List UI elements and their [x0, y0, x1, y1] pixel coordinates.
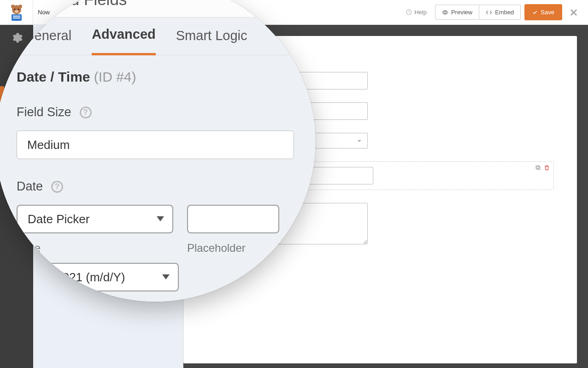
field-name: Date / Time: [17, 69, 90, 84]
embed-button[interactable]: Embed: [479, 5, 521, 20]
svg-point-5: [15, 10, 18, 13]
help-link[interactable]: ? Help: [401, 7, 431, 18]
date-type-select[interactable]: [17, 205, 173, 233]
svg-rect-7: [13, 16, 20, 17]
date-type-col: Type: [17, 205, 173, 255]
tab-advanced[interactable]: Advanced: [92, 17, 156, 56]
preview-embed-group: Preview Embed: [435, 5, 521, 20]
field-row-actions: [535, 165, 550, 171]
help-link-label: Help: [414, 9, 427, 16]
save-button[interactable]: Save: [524, 4, 562, 20]
field-size-label: Field Size: [17, 105, 71, 119]
top-bar-right: ? Help Preview Embed Save: [401, 4, 582, 20]
svg-rect-11: [537, 166, 540, 170]
preview-button[interactable]: Preview: [435, 5, 479, 20]
bear-logo-icon: [7, 3, 26, 22]
date-type-sublabel: Type: [17, 242, 173, 255]
check-icon: [532, 10, 538, 15]
save-button-label: Save: [541, 9, 554, 16]
svg-point-1: [11, 5, 15, 8]
copy-icon[interactable]: [535, 165, 541, 171]
field-heading: Date / Time (ID #4): [17, 69, 294, 85]
date-label-wrap: Date ?: [17, 179, 63, 194]
svg-point-2: [18, 5, 22, 8]
field-size-row: Field Size ?: [17, 105, 294, 159]
eye-icon: [442, 9, 448, 16]
tab-smart-logic[interactable]: Smart Logic: [176, 18, 247, 54]
code-icon: [486, 9, 492, 16]
date-label: Date: [17, 179, 43, 194]
svg-point-3: [14, 8, 15, 10]
svg-rect-8: [13, 18, 20, 18]
svg-point-4: [18, 8, 19, 10]
now-editing-label: Now: [33, 9, 54, 16]
field-id-label: (ID #4): [94, 69, 136, 84]
help-circle-icon[interactable]: ?: [80, 107, 92, 119]
date-two-col: Type Placeholder: [17, 205, 294, 255]
field-size-select[interactable]: [17, 131, 294, 159]
gear-icon[interactable]: [10, 31, 23, 44]
field-size-label-wrap: Field Size ?: [17, 105, 92, 119]
date-placeholder-input[interactable]: [187, 205, 279, 233]
svg-text:?: ?: [408, 11, 410, 14]
trash-icon[interactable]: [544, 165, 550, 171]
close-icon: [570, 8, 578, 17]
close-button[interactable]: [566, 8, 582, 17]
help-circle-icon[interactable]: ?: [51, 181, 63, 193]
svg-rect-12: [536, 166, 539, 169]
embed-button-label: Embed: [495, 9, 514, 16]
preview-button-label: Preview: [451, 9, 472, 16]
help-circle-icon: ?: [406, 9, 412, 15]
app-logo: [0, 0, 33, 25]
top-bar-left: Now: [0, 0, 54, 24]
